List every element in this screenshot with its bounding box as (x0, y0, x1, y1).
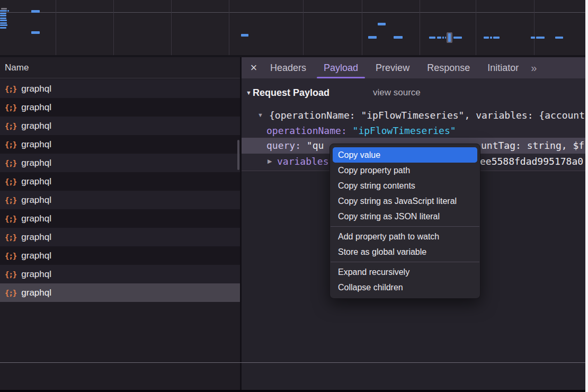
tab-preview[interactable]: Preview (368, 57, 417, 78)
property-value-continued: ee5588fdad995178a0 (480, 154, 583, 169)
property-value-string: "ipFlowTimeseries" (353, 125, 456, 136)
request-row[interactable]: {;}graphql (0, 209, 240, 228)
overview-request-bar (0, 10, 7, 12)
tab-headers[interactable]: Headers (262, 57, 314, 78)
request-row[interactable]: {;}graphql (0, 191, 240, 209)
menu-item-copy-string-contents[interactable]: Copy string contents (330, 178, 480, 193)
more-tabs-icon[interactable]: » (531, 57, 537, 78)
request-row[interactable]: {;}graphql (0, 117, 240, 135)
overview-request-bar (531, 37, 535, 39)
request-name: graphql (21, 195, 51, 206)
overview-request-bar (31, 10, 40, 13)
overview-request-bar (368, 36, 377, 39)
menu-divider (331, 262, 479, 262)
json-request-icon: {;} (5, 233, 16, 242)
request-name: graphql (21, 251, 51, 261)
overview-gridline (362, 0, 362, 55)
menu-item-collapse-children[interactable]: Collapse children (330, 280, 480, 295)
detail-tabs: HeadersPayloadPreviewResponseInitiator (261, 57, 527, 78)
property-key: variables (277, 154, 329, 169)
screenshot-right-margin (585, 0, 588, 392)
property-key: query: (266, 140, 307, 151)
property-value-continued: untTag: string, $f (481, 138, 584, 154)
request-row[interactable]: {;}graphql (0, 172, 240, 191)
menu-item-expand-recursively[interactable]: Expand recursively (330, 264, 480, 280)
object-preview-text: {operationName: "ipFlowTimeseries", vari… (269, 108, 585, 123)
overview-request-bar (0, 24, 7, 26)
json-request-icon: {;} (5, 215, 16, 223)
overview-request-bar (493, 37, 500, 39)
overview-request-bar (445, 37, 446, 39)
context-menu: Copy valueCopy property pathCopy string … (329, 144, 480, 299)
request-name: graphql (21, 158, 51, 168)
json-request-icon: {;} (5, 196, 16, 204)
overview-request-bar (555, 37, 563, 39)
overview-request-bar (378, 23, 386, 25)
json-request-icon: {;} (5, 159, 16, 167)
tab-response[interactable]: Response (419, 57, 478, 78)
overview-gridline (420, 0, 420, 55)
request-row[interactable]: {;}graphql (0, 135, 240, 154)
overview-request-bar (0, 22, 7, 24)
request-payload-header[interactable]: ▼ Request Payload (246, 86, 329, 100)
overview-request-bar (442, 37, 444, 39)
overview-request-bar (241, 34, 248, 37)
request-row[interactable]: {;}graphql (0, 154, 240, 172)
request-name: graphql (21, 213, 51, 224)
json-request-icon: {;} (5, 270, 16, 279)
menu-item-copy-string-as-json-literal[interactable]: Copy string as JSON literal (330, 209, 480, 224)
menu-item-add-property-path-to-watch[interactable]: Add property path to watch (330, 229, 480, 244)
menu-item-copy-string-as-javascript-literal[interactable]: Copy string as JavaScript literal (330, 193, 480, 209)
request-name: graphql (21, 288, 51, 298)
overview-request-bar (453, 37, 462, 39)
detail-tab-bar: × HeadersPayloadPreviewResponseInitiator… (242, 57, 588, 78)
overview-request-bar (394, 36, 403, 39)
requests-list: {;}graphql{;}graphql{;}graphql{;}graphql… (0, 79, 240, 302)
name-column-header[interactable]: Name (0, 57, 240, 78)
overview-gridline (56, 0, 56, 55)
request-row[interactable]: {;}graphql (0, 228, 240, 246)
overview-bar-gray (1, 8, 7, 10)
requests-panel: Name {;}graphql{;}graphql{;}graphql{;}gr… (0, 57, 240, 390)
overview-request-bar (31, 31, 40, 34)
requests-scrollbar-thumb[interactable] (237, 140, 239, 170)
request-name: graphql (21, 121, 51, 131)
overview-request-bar (7, 10, 9, 12)
menu-divider (331, 226, 479, 227)
tab-payload[interactable]: Payload (316, 57, 366, 78)
view-source-link[interactable]: view source (373, 86, 421, 100)
payload-root-row[interactable]: ▼ {operationName: "ipFlowTimeseries", va… (242, 108, 588, 123)
overview-request-bar (0, 17, 6, 19)
overview-selected-request-bar (448, 33, 451, 42)
expander-open-icon[interactable]: ▼ (257, 108, 263, 123)
section-expander-icon[interactable]: ▼ (246, 86, 252, 100)
menu-item-copy-property-path[interactable]: Copy property path (330, 163, 480, 178)
network-overview-timeline[interactable] (0, 0, 588, 55)
json-request-icon: {;} (5, 289, 16, 297)
payload-operationname-row[interactable]: operationName: "ipFlowTimeseries" (242, 123, 588, 138)
json-request-icon: {;} (5, 140, 16, 149)
menu-item-store-as-global-variable[interactable]: Store as global variable (330, 244, 480, 260)
property-text: query: "qu (266, 138, 324, 154)
menu-item-copy-value[interactable]: Copy value (333, 147, 477, 163)
request-name: graphql (21, 84, 51, 94)
overview-gridline (534, 0, 534, 55)
request-row[interactable]: {;}graphql (0, 246, 240, 265)
expander-closed-icon[interactable]: ▶ (268, 154, 272, 169)
request-row[interactable]: {;}graphql (0, 283, 240, 302)
request-name: graphql (21, 102, 51, 113)
request-row[interactable]: {;}graphql (0, 98, 240, 117)
overview-gridline (113, 0, 114, 55)
request-row[interactable]: {;}graphql (0, 79, 240, 98)
overview-baseline (0, 12, 588, 13)
overview-gridline (303, 0, 304, 55)
close-icon[interactable]: × (247, 57, 261, 78)
overview-gridline (229, 0, 229, 55)
json-request-icon: {;} (5, 103, 16, 112)
overview-request-bar (490, 37, 492, 39)
section-title: Request Payload (253, 86, 329, 100)
tab-initiator[interactable]: Initiator (479, 57, 527, 78)
status-bar-divider (0, 362, 588, 363)
overview-request-bar (429, 37, 435, 39)
request-row[interactable]: {;}graphql (0, 265, 240, 283)
